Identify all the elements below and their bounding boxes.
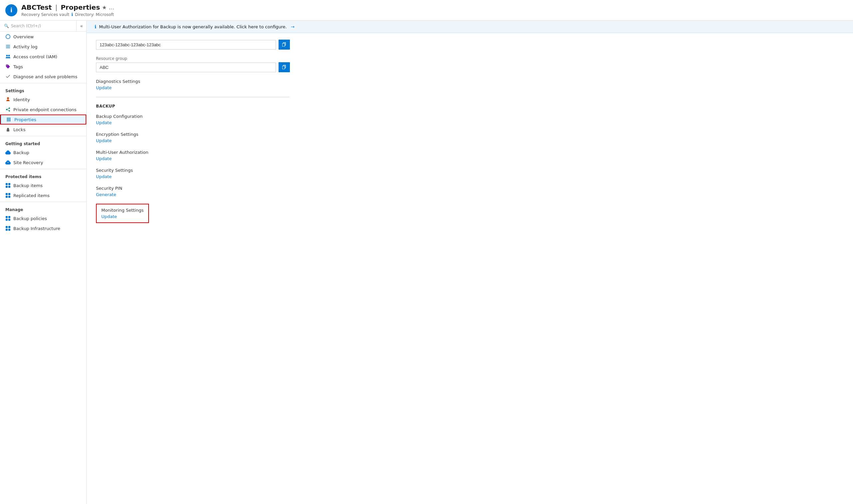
title-separator: | xyxy=(55,3,57,11)
security-pin-title: Security PIN xyxy=(96,186,844,191)
resource-group-field-group: Resource group 🗍 xyxy=(96,56,844,72)
backup-infrastructure-icon xyxy=(5,226,11,231)
svg-rect-13 xyxy=(7,129,9,131)
sidebar-item-properties[interactable]: Properties xyxy=(0,114,86,125)
security-pin-item: Security PIN Generate xyxy=(96,186,844,197)
backup-section-divider xyxy=(96,97,289,97)
monitoring-settings-title: Monitoring Settings xyxy=(101,208,144,213)
protected-items-section-label: Protected items xyxy=(0,170,86,180)
sidebar-item-activity-log[interactable]: Activity log xyxy=(0,42,86,52)
encryption-settings-item: Encryption Settings Update xyxy=(96,132,844,143)
tags-icon xyxy=(5,64,11,69)
header-meta: Recovery Services vault ℹ Directory: Mic… xyxy=(21,12,114,17)
svg-rect-12 xyxy=(10,118,10,122)
sidebar-item-overview[interactable]: Overview xyxy=(0,32,86,42)
sidebar-item-tags[interactable]: Tags xyxy=(0,61,86,72)
sidebar-item-backup-infrastructure[interactable]: Backup Infrastructure xyxy=(0,223,86,233)
search-icon: 🔍 xyxy=(4,24,9,28)
resource-group-row: 🗍 xyxy=(96,62,844,72)
resource-id-input[interactable] xyxy=(96,40,276,50)
sidebar-item-private-endpoint[interactable]: Private endpoint connections xyxy=(0,105,86,114)
sidebar-scroll: Overview Activity log Access control (IA… xyxy=(0,32,86,233)
backup-configuration-title: Backup Configuration xyxy=(96,114,844,119)
diagnostics-settings-title: Diagnostics Settings xyxy=(96,79,844,84)
page-name: Properties xyxy=(60,3,100,11)
sidebar-item-identity[interactable]: Identity xyxy=(0,94,86,105)
banner-info-icon: ℹ xyxy=(94,24,96,29)
app-body: 🔍 Search (Ctrl+/) « Overview Activity lo… xyxy=(0,21,853,504)
search-placeholder: Search (Ctrl+/) xyxy=(11,24,41,28)
sidebar-item-diagnose[interactable]: Diagnose and solve problems xyxy=(0,72,86,82)
directory-info-icon: ℹ xyxy=(71,12,73,17)
svg-rect-25 xyxy=(8,219,10,221)
security-settings-update-link[interactable]: Update xyxy=(96,174,111,179)
encryption-settings-update-link[interactable]: Update xyxy=(96,138,111,143)
sidebar-item-locks[interactable]: Locks xyxy=(0,125,86,134)
sidebar-item-site-recovery[interactable]: Site Recovery xyxy=(0,158,86,167)
properties-icon xyxy=(6,117,12,122)
backup-configuration-update-link[interactable]: Update xyxy=(96,120,111,125)
svg-rect-1 xyxy=(6,46,10,47)
copy-resource-group-button[interactable]: 🗍 xyxy=(279,62,290,72)
banner-link[interactable]: → xyxy=(291,24,295,29)
locks-label: Locks xyxy=(13,127,25,132)
access-control-icon xyxy=(5,54,11,59)
getting-started-section-label: Getting started xyxy=(0,138,86,147)
resource-group-input[interactable] xyxy=(96,62,276,72)
properties-content: 🗍 Resource group 🗍 Diagnostics Settings … xyxy=(87,33,853,230)
multi-user-auth-update-link[interactable]: Update xyxy=(96,156,111,161)
properties-label: Properties xyxy=(14,117,36,122)
private-endpoint-icon xyxy=(5,107,11,112)
banner-text: Multi-User Authorization for Backup is n… xyxy=(99,24,286,29)
info-banner[interactable]: ℹ Multi-User Authorization for Backup is… xyxy=(87,21,853,33)
copy-icon-2: 🗍 xyxy=(282,65,286,70)
identity-icon xyxy=(5,97,11,102)
svg-point-6 xyxy=(8,108,10,109)
svg-rect-2 xyxy=(6,48,10,48)
svg-point-4 xyxy=(8,55,10,57)
resource-id-field-group: 🗍 xyxy=(96,40,844,50)
search-box[interactable]: 🔍 Search (Ctrl+/) xyxy=(0,21,76,31)
svg-rect-10 xyxy=(7,118,8,122)
favorite-icon[interactable]: ★ xyxy=(102,4,107,11)
sidebar-item-backup-items[interactable]: Backup items xyxy=(0,180,86,191)
svg-rect-17 xyxy=(8,186,10,188)
svg-rect-21 xyxy=(8,196,10,198)
copy-resource-id-button[interactable]: 🗍 xyxy=(279,40,290,50)
sidebar-item-backup[interactable]: Backup xyxy=(0,147,86,158)
private-endpoint-label: Private endpoint connections xyxy=(13,107,77,112)
sidebar-item-access-control[interactable]: Access control (IAM) xyxy=(0,52,86,61)
svg-rect-27 xyxy=(8,226,10,228)
vault-icon: i xyxy=(5,4,17,16)
backup-items-label: Backup items xyxy=(13,183,43,188)
svg-point-5 xyxy=(6,109,7,110)
diagnose-icon xyxy=(5,74,11,79)
diagnose-label: Diagnose and solve problems xyxy=(13,74,77,79)
backup-infrastructure-label: Backup Infrastructure xyxy=(13,226,60,231)
backup-section-heading: BACKUP xyxy=(96,104,844,109)
monitoring-settings-box: Monitoring Settings Update xyxy=(96,204,149,223)
sidebar: 🔍 Search (Ctrl+/) « Overview Activity lo… xyxy=(0,21,87,504)
multi-user-auth-item: Multi-User Authorization Update xyxy=(96,150,844,161)
svg-rect-0 xyxy=(6,45,10,46)
overview-icon xyxy=(5,34,11,39)
access-control-label: Access control (IAM) xyxy=(13,54,57,59)
settings-divider xyxy=(0,83,86,83)
more-options-icon[interactable]: … xyxy=(109,4,114,11)
svg-rect-22 xyxy=(6,216,8,218)
svg-point-3 xyxy=(6,55,8,57)
svg-rect-23 xyxy=(8,216,10,218)
activity-log-icon xyxy=(5,44,11,49)
security-pin-generate-link[interactable]: Generate xyxy=(96,192,116,197)
sidebar-item-replicated-items[interactable]: Replicated items xyxy=(0,191,86,200)
diagnostics-update-link[interactable]: Update xyxy=(96,85,111,90)
security-settings-title: Security Settings xyxy=(96,168,844,173)
svg-rect-14 xyxy=(6,183,8,185)
manage-divider xyxy=(0,202,86,202)
protected-divider xyxy=(0,169,86,169)
monitoring-settings-update-link[interactable]: Update xyxy=(101,214,117,219)
collapse-button[interactable]: « xyxy=(76,21,86,31)
sidebar-item-backup-policies[interactable]: Backup policies xyxy=(0,213,86,223)
overview-label: Overview xyxy=(13,34,34,39)
security-settings-item: Security Settings Update xyxy=(96,168,844,179)
